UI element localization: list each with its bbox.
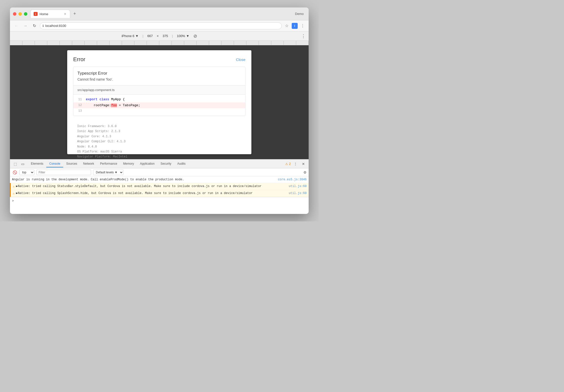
line-number-13: 13 bbox=[73, 109, 86, 113]
devtools-mobile-icon[interactable]: ▭ bbox=[19, 161, 26, 167]
browser-tab[interactable]: i Home ✕ bbox=[30, 10, 70, 18]
env-line-3: Angular Core: 4.1.3 bbox=[77, 134, 241, 139]
back-button[interactable]: ← bbox=[13, 22, 20, 29]
env-line-4: Angular Compiler CLI: 4.1.3 bbox=[77, 139, 241, 144]
console-filter-input[interactable] bbox=[36, 170, 91, 175]
dimension-x: × bbox=[157, 34, 159, 38]
forward-button[interactable]: → bbox=[22, 22, 29, 29]
error-panel: Error Close Typescript Error Cannot find… bbox=[67, 50, 251, 154]
console-message-3-text: ▶Native: tried calling SplashScreen.hide… bbox=[16, 191, 287, 196]
console-toolbar: 🚫 top Default levels ▼ ⚙ bbox=[10, 168, 309, 176]
device-width: 667 bbox=[147, 34, 153, 38]
console-message-1-link[interactable]: core.es5.js:3046 bbox=[278, 177, 307, 182]
tab-memory[interactable]: Memory bbox=[120, 160, 137, 167]
line-number-12: 12 bbox=[73, 103, 86, 107]
browser-menu-icon[interactable]: ⋮ bbox=[300, 23, 306, 29]
page-area: Error Close Typescript Error Cannot find… bbox=[10, 45, 309, 159]
env-line-1: Ionic Framework: 3.6.0 bbox=[77, 124, 241, 129]
env-line-6: OS Platform: macOS Sierra bbox=[77, 149, 241, 154]
line-number-11: 11 bbox=[73, 97, 86, 102]
tab-application[interactable]: Application bbox=[137, 160, 158, 167]
address-actions: ☆ i ⋮ bbox=[284, 23, 306, 29]
device-name: iPhone 6 bbox=[121, 34, 134, 38]
tab-audits[interactable]: Audits bbox=[174, 160, 188, 167]
browser-content: Error Close Typescript Error Cannot find… bbox=[10, 45, 309, 214]
warning-triangle-icon-1: ⚠ bbox=[13, 184, 14, 189]
console-input[interactable] bbox=[15, 199, 307, 202]
browser-window: i Home ✕ + Demo ← → ↻ ℹ localhost:8100 ☆… bbox=[10, 7, 309, 214]
lock-icon: ℹ bbox=[43, 24, 44, 28]
url-bar[interactable]: ℹ localhost:8100 bbox=[40, 22, 282, 29]
code-content-11: export class MyApp { bbox=[86, 97, 125, 102]
tab-performance[interactable]: Performance bbox=[97, 160, 120, 167]
console-message-2-text: ▶Native: tried calling StatusBar.styleDe… bbox=[16, 184, 287, 189]
console-messages: Angular is running in the development mo… bbox=[10, 176, 309, 214]
console-message-3-link[interactable]: util.js:60 bbox=[289, 191, 307, 196]
devtools-panel: ⬚ ▭ Elements Console Sources Network Per… bbox=[10, 159, 309, 214]
ruler bbox=[10, 41, 309, 45]
error-card-header: Typescript Error Cannot find name 'foo'. bbox=[73, 67, 245, 86]
new-tab-button[interactable]: + bbox=[71, 10, 78, 17]
zoom-dropdown-icon: ▼ bbox=[186, 34, 189, 38]
traffic-lights bbox=[13, 12, 27, 16]
url-text: localhost:8100 bbox=[45, 24, 66, 28]
tab-network[interactable]: Network bbox=[80, 160, 97, 167]
code-content-12: rootPage:foo = TabsPage; bbox=[86, 103, 140, 108]
close-window-button[interactable] bbox=[13, 12, 16, 16]
tab-security[interactable]: Security bbox=[158, 160, 174, 167]
error-message: Cannot find name 'foo'. bbox=[77, 77, 241, 81]
warning-triangle-icon-2: ⚠ bbox=[13, 191, 14, 196]
warning-count: 2 bbox=[289, 162, 291, 166]
tab-console[interactable]: Console bbox=[46, 160, 63, 167]
ruler-marks bbox=[10, 41, 309, 45]
levels-select[interactable]: Default levels ▼ bbox=[93, 170, 123, 175]
error-header: Error Close bbox=[73, 56, 245, 63]
env-line-2: Ionic App Scripts: 2.1.3 bbox=[77, 129, 241, 134]
tab-close-button[interactable]: ✕ bbox=[63, 12, 67, 16]
tab-bar: i Home ✕ + bbox=[30, 10, 295, 18]
tab-elements[interactable]: Elements bbox=[28, 160, 46, 167]
maximize-window-button[interactable] bbox=[24, 12, 27, 16]
zoom-selector[interactable]: 100% ▼ bbox=[177, 34, 189, 38]
tab-favicon: i bbox=[34, 12, 38, 16]
reload-button[interactable]: ↻ bbox=[31, 22, 38, 29]
console-settings-icon[interactable]: ⚙ bbox=[303, 170, 307, 174]
device-selector[interactable]: iPhone 6 ▼ bbox=[121, 34, 138, 38]
devtools-left-icons: ⬚ ▭ bbox=[12, 161, 26, 167]
console-message-3: ⚠ ▶Native: tried calling SplashScreen.hi… bbox=[10, 190, 309, 197]
error-file-path: src/app/app.component.ts bbox=[73, 86, 245, 95]
close-button[interactable]: Close bbox=[236, 57, 245, 62]
rotate-icon[interactable]: ⊘ bbox=[193, 33, 197, 39]
devtools-right-actions: ⚠ 2 ⋮ ✕ bbox=[285, 161, 307, 167]
dimension-divider: | bbox=[143, 34, 143, 38]
zoom-level: 100% bbox=[177, 34, 185, 38]
device-height: 375 bbox=[163, 34, 168, 38]
code-line-11: 11 export class MyApp { bbox=[73, 97, 245, 102]
title-bar: i Home ✕ + Demo bbox=[10, 7, 309, 20]
extension-icon[interactable]: i bbox=[292, 23, 298, 29]
code-block: 11 export class MyApp { 12 rootPage:foo … bbox=[73, 95, 245, 116]
console-prompt: > bbox=[12, 198, 14, 203]
env-line-7: Navigator Platform: MacIntel bbox=[77, 154, 241, 159]
warning-icon: ⚠ bbox=[285, 162, 288, 166]
device-toolbar: iPhone 6 ▼ | 667 × 375 | 100% ▼ ⊘ ⋮ bbox=[10, 31, 309, 41]
tab-title: Home bbox=[40, 12, 48, 16]
devtools-more-button[interactable]: ⋮ bbox=[292, 161, 299, 167]
device-more-button[interactable]: ⋮ bbox=[301, 33, 306, 39]
demo-label: Demo bbox=[295, 12, 306, 16]
console-message-2-link[interactable]: util.js:60 bbox=[289, 184, 307, 189]
code-line-12: 12 rootPage:foo = TabsPage; bbox=[73, 102, 245, 108]
devtools-close-button[interactable]: ✕ bbox=[300, 161, 307, 167]
bookmark-icon[interactable]: ☆ bbox=[284, 23, 290, 29]
devtools-cursor-icon[interactable]: ⬚ bbox=[12, 161, 18, 167]
console-clear-button[interactable]: 🚫 bbox=[12, 170, 17, 175]
context-select[interactable]: top bbox=[19, 170, 34, 175]
env-line-5: Node: 8.4.0 bbox=[77, 144, 241, 149]
device-dropdown-icon: ▼ bbox=[135, 34, 139, 38]
tab-sources[interactable]: Sources bbox=[63, 160, 80, 167]
devtools-tab-bar: ⬚ ▭ Elements Console Sources Network Per… bbox=[10, 159, 309, 168]
address-bar: ← → ↻ ℹ localhost:8100 ☆ i ⋮ bbox=[10, 20, 309, 31]
minimize-window-button[interactable] bbox=[18, 12, 22, 16]
console-input-row: > bbox=[10, 197, 309, 204]
dimension-divider2: | bbox=[172, 34, 173, 38]
